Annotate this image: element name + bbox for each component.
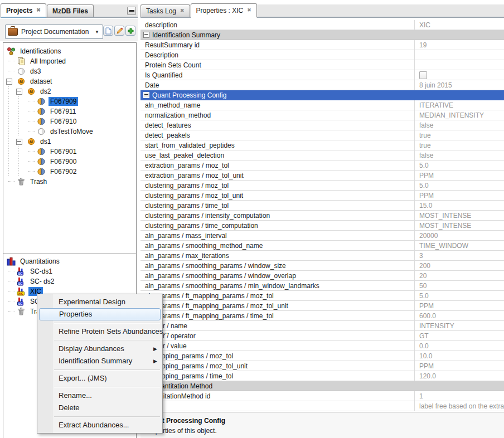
quantitations-item-sc-ds1[interactable]: SCSC-ds1 <box>3 266 136 276</box>
property-row[interactable]: aln_params / ft_mapping_params / time_to… <box>140 311 504 321</box>
property-row[interactable]: Is Quantified <box>140 70 504 80</box>
menu-item-properties[interactable]: Properties <box>39 308 161 320</box>
property-row[interactable]: aln_params / ft_mapping_params / moz_tol… <box>140 291 504 301</box>
group-row-identification-summary[interactable]: Identification Summary <box>140 30 504 40</box>
property-row[interactable]: detect_peakelstrue <box>140 130 504 140</box>
tab-right-1[interactable]: Properties : XIC✖ <box>191 3 257 18</box>
menu-item-extract-abundances[interactable]: Extract Abundances... <box>37 419 162 431</box>
identifications-item-f067900[interactable]: F067900 <box>3 157 136 167</box>
menu-item-experimental-design[interactable]: Experimental Design <box>37 296 162 308</box>
identifications-item-identifications[interactable]: Identifications <box>3 46 136 56</box>
collapse-toggle[interactable] <box>17 137 27 147</box>
tree-item-label[interactable]: F067911 <box>49 107 77 116</box>
tree-item-label[interactable]: All Imported <box>28 57 67 66</box>
property-row[interactable]: ft_filter / value0.0 <box>140 341 504 351</box>
collapse-toggle[interactable] <box>7 76 17 86</box>
tree-item-label[interactable]: Identifications <box>18 47 62 56</box>
tree-item-label[interactable]: dsTestToMove <box>49 127 95 136</box>
property-row[interactable]: aln_params / ft_mapping_params / moz_tol… <box>140 301 504 311</box>
tree-item-label[interactable]: dataset <box>28 77 54 86</box>
close-icon[interactable]: ✖ <box>180 8 185 13</box>
property-row[interactable]: start_from_validated_peptidestrue <box>140 140 504 150</box>
collapse-icon[interactable] <box>143 32 149 38</box>
collapse-icon[interactable] <box>16 89 22 95</box>
menu-item-delete[interactable]: Delete <box>37 402 162 414</box>
identifications-item-f067910[interactable]: F067910 <box>3 116 136 126</box>
property-row[interactable]: ft_filter / operatorGT <box>140 331 504 341</box>
identifications-item-ds3[interactable]: ds3 <box>3 66 136 76</box>
property-row[interactable]: extraction_params / moz_tol_unitPPM <box>140 171 504 181</box>
menu-item-rename[interactable]: Rename... <box>37 390 162 402</box>
add-button[interactable] <box>125 26 135 36</box>
property-row[interactable]: aln_params / smoothing_params / min_wind… <box>140 281 504 291</box>
menu-item-refine-protein-sets-abundances[interactable]: Refine Protein Sets Abundances... <box>37 325 162 338</box>
identifications-item-dataset[interactable]: Mdataset <box>3 76 136 86</box>
property-row[interactable]: aln_params / smoothing_params / window_o… <box>140 271 504 281</box>
menu-item-display-abundances[interactable]: Display Abundances▶ <box>37 343 162 355</box>
property-row[interactable]: ft_mapping_params / time_tol120.0 <box>140 371 504 381</box>
property-row[interactable]: QuantitationMethod id1 <box>140 391 504 401</box>
tree-item-label[interactable]: F067909 <box>49 97 78 106</box>
edit-button[interactable] <box>114 26 124 36</box>
property-row[interactable]: normalization_methodMEDIAN_INTENSITY <box>140 110 504 120</box>
tree-item-label[interactable]: SC-ds1 <box>28 267 54 276</box>
identifications-item-f067901[interactable]: F067901 <box>3 147 136 157</box>
identifications-item-ds1[interactable]: Mds1 <box>3 137 136 147</box>
property-row[interactable]: label free based on the extraction <box>140 401 504 411</box>
property-row[interactable]: aln_params / smoothing_method_nameTIME_W… <box>140 241 504 251</box>
project-selector[interactable]: Project Documentation ▼ <box>5 25 103 39</box>
property-row[interactable]: aln_method_nameITERATIVE <box>140 100 504 110</box>
property-row[interactable]: clustering_params / intensity_computatio… <box>140 211 504 221</box>
tree-item-label[interactable]: F067910 <box>49 117 78 126</box>
identifications-item-f067902[interactable]: F067902 <box>3 167 136 177</box>
tree-item-label[interactable]: ds1 <box>38 137 52 146</box>
quantitations-item-quantitations[interactable]: Quantitations <box>3 256 136 266</box>
tree-item-label[interactable]: F067902 <box>49 167 78 176</box>
collapse-toggle[interactable] <box>17 86 27 96</box>
tab-left-1[interactable]: MzDB Files <box>47 4 94 17</box>
tree-item-label[interactable]: ds3 <box>28 67 42 76</box>
property-row[interactable]: ft_mapping_params / moz_tol_unitPPM <box>140 361 504 371</box>
identifications-item-all-imported[interactable]: All Imported <box>3 56 136 66</box>
tree-item-label[interactable]: Trash <box>28 177 49 186</box>
checkbox[interactable] <box>419 71 427 79</box>
tree-item-label[interactable]: SC- ds2 <box>28 277 56 286</box>
group-row-quantitation-method[interactable]: Quantitation Method <box>140 381 504 391</box>
collapse-icon[interactable] <box>16 139 22 145</box>
property-row[interactable]: aln_params / mass_interval20000 <box>140 231 504 241</box>
collapse-icon[interactable] <box>143 92 149 98</box>
property-row[interactable]: Protein Sets Count <box>140 60 504 70</box>
minimize-panel-button[interactable] <box>127 7 136 15</box>
property-row[interactable]: use_last_peakel_detectionfalse <box>140 150 504 160</box>
property-row[interactable]: detect_featuresfalse <box>140 120 504 130</box>
collapse-icon[interactable] <box>6 79 12 85</box>
property-row[interactable]: ft_mapping_params / moz_tol10.0 <box>140 351 504 361</box>
property-row[interactable]: aln_params / smoothing_params / window_s… <box>140 261 504 271</box>
property-row[interactable]: extraction_params / moz_tol5.0 <box>140 160 504 171</box>
tree-item-label[interactable]: F067901 <box>49 147 78 156</box>
tree-item-label[interactable]: Quantitations <box>18 257 61 266</box>
property-row[interactable]: clustering_params / moz_tol_unitPPM <box>140 191 504 201</box>
identifications-item-ds2[interactable]: Mds2 <box>3 86 136 96</box>
tab-left-0[interactable]: Projects✖ <box>1 3 46 18</box>
tab-right-0[interactable]: Tasks Log✖ <box>140 4 190 17</box>
menu-item-identification-summary[interactable]: Identification Summary▶ <box>37 355 162 367</box>
identifications-item-dstesttomove[interactable]: dsTestToMove <box>3 126 136 137</box>
property-row[interactable]: ft_filter / nameINTENSITY <box>140 321 504 331</box>
property-row[interactable]: aln_params / max_iterations3 <box>140 251 504 261</box>
property-row[interactable]: ResultSummary id19 <box>140 40 504 50</box>
close-icon[interactable]: ✖ <box>247 8 251 13</box>
menu-item-export-jms[interactable]: Export... (JMS) <box>37 372 162 385</box>
property-row[interactable]: descriptionXIC <box>140 20 504 30</box>
tree-item-label[interactable]: ds2 <box>38 87 52 96</box>
tree-item-label[interactable]: F067900 <box>49 157 78 166</box>
property-row[interactable]: clustering_params / time_computationMOST… <box>140 221 504 231</box>
property-row[interactable]: Description <box>140 50 504 60</box>
property-row[interactable]: clustering_params / time_tol15.0 <box>140 201 504 211</box>
identifications-item-trash[interactable]: Trash <box>3 177 136 187</box>
new-document-button[interactable] <box>103 26 113 36</box>
property-row[interactable]: Date8 juin 2015 <box>140 80 504 90</box>
identifications-item-f067911[interactable]: F067911 <box>3 106 136 116</box>
quantitations-item-sc-ds2[interactable]: SCSC- ds2 <box>3 276 136 286</box>
close-icon[interactable]: ✖ <box>36 8 41 13</box>
